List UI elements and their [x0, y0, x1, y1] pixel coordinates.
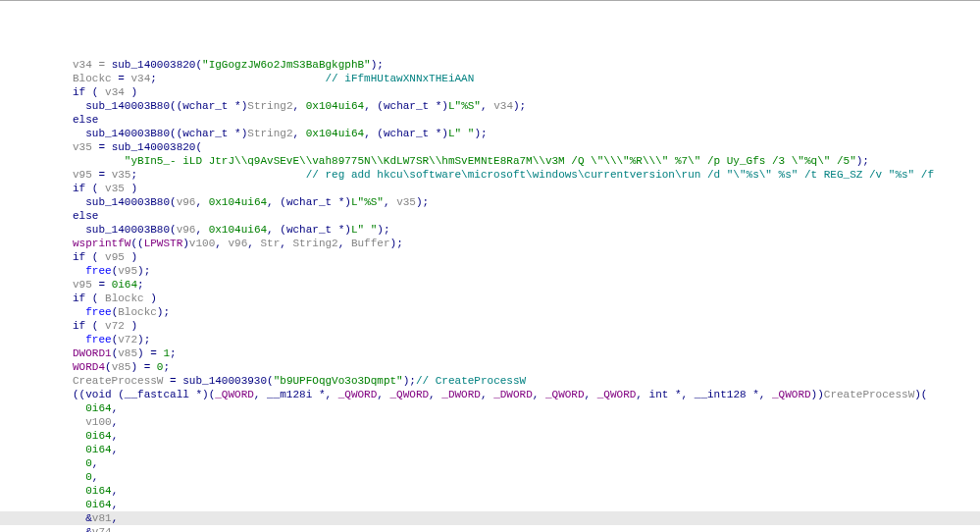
token-var: Blockc [118, 306, 157, 318]
code-line[interactable]: v35 = sub_140003820( [0, 140, 980, 154]
token-gray: ; [130, 169, 305, 181]
token-purple: _QWORD [545, 389, 585, 400]
token-gray: , [112, 430, 119, 442]
code-line[interactable]: free(v72); [0, 333, 980, 346]
code-line[interactable]: v100, [0, 415, 980, 429]
code-line[interactable]: 0i64, [0, 498, 980, 511]
token-purple: LPWSTR [144, 238, 183, 249]
code-line[interactable]: wsprintfW((LPWSTR)v100, v96, Str, String… [0, 237, 980, 250]
token-kw: wchar_t [384, 128, 429, 139]
token-num: 0i64 [112, 279, 137, 291]
token-purple: _QWORD [215, 389, 254, 400]
code-line[interactable]: DWORD1(v85) = 1; [0, 346, 980, 360]
token-gray: ) = [137, 347, 163, 359]
token-purple: WORD4 [73, 361, 105, 373]
token-str: L"%S" [448, 100, 481, 112]
code-line[interactable]: sub_140003B80(v96, 0x104ui64, (wchar_t *… [0, 223, 980, 237]
code-line[interactable]: v95 = 0i64; [0, 278, 980, 292]
code-line[interactable]: &v81, [0, 511, 980, 525]
code-viewer[interactable]: v34 = sub_140003820("IgGogzJW6o2JmS3BaBg… [0, 56, 980, 532]
token-gray: , [481, 100, 493, 112]
code-line[interactable]: if ( v72 ) [0, 319, 980, 333]
token-str: L"%S" [351, 196, 384, 208]
code-line[interactable]: sub_140003B80((wchar_t *)String2, 0x104u… [0, 127, 980, 140]
code-line[interactable]: else [0, 113, 980, 127]
token-var: v34 [105, 86, 125, 98]
token-gray: *, [668, 389, 694, 400]
token-gray: *) [332, 224, 351, 236]
token-gray: , [254, 389, 267, 400]
token-gray: ; [163, 361, 170, 373]
code-line[interactable]: if ( v95 ) [0, 250, 980, 264]
token-var: v81 [92, 512, 112, 524]
token-gray: ) [125, 251, 137, 263]
token-gray: ); [403, 375, 416, 387]
token-gray: ); [137, 334, 150, 346]
code-line[interactable]: WORD4(v85) = 0; [0, 360, 980, 374]
token-num: 0 [85, 471, 92, 483]
code-line[interactable]: if ( Blockc ) [0, 292, 980, 305]
token-gray: = [92, 279, 112, 291]
code-line[interactable]: v34 = sub_140003820("IgGogzJW6o2JmS3BaBg… [0, 58, 980, 72]
code-line[interactable]: 0, [0, 456, 980, 470]
token-gray: )) [811, 389, 824, 400]
code-line[interactable]: Blockc = v34; // iFfmHUtawXNNxTHEiAAN [0, 72, 980, 85]
token-gray: , [280, 238, 292, 249]
token-gray: ( [195, 141, 202, 153]
token-gray: , ( [364, 100, 384, 112]
code-line[interactable]: 0, [0, 470, 980, 484]
code-line[interactable]: "yBIn5_- iLD JtrJ\\q9AvSEvE\\vah89775N\\… [0, 154, 980, 168]
token-call: free [85, 265, 111, 277]
token-kw: if [73, 183, 85, 194]
token-gray: ( [112, 389, 125, 400]
code-line[interactable]: v95 = v35; // reg add hkcu\software\micr… [0, 168, 980, 182]
token-var: v35 [73, 141, 92, 153]
token-gray: , [293, 128, 306, 139]
token-gray: *)( [189, 389, 215, 400]
token-kw: else [73, 210, 98, 222]
token-gray: ); [856, 155, 869, 167]
code-line[interactable]: free(Blockc); [0, 305, 980, 319]
code-line[interactable]: sub_140003B80((wchar_t *)String2, 0x104u… [0, 99, 980, 113]
token-purple: _QWORD [390, 389, 430, 400]
token-gray: ); [371, 59, 384, 71]
token-var: v96 [228, 238, 247, 249]
token-var: v95 [105, 251, 125, 263]
token-gray: ) [125, 320, 137, 332]
code-line[interactable]: else [0, 209, 980, 223]
code-line[interactable]: 0i64, [0, 401, 980, 415]
token-func: sub_140003B80 [85, 128, 170, 139]
code-line[interactable]: 0i64, [0, 443, 980, 456]
code-line[interactable]: sub_140003B80(v96, 0x104ui64, (wchar_t *… [0, 195, 980, 209]
token-kw: else [73, 114, 98, 126]
token-kw: wchar_t [286, 196, 332, 208]
token-gray: ; [150, 73, 325, 84]
code-line[interactable]: free(v95); [0, 264, 980, 278]
token-var: v95 [73, 169, 92, 181]
token-gray: *, [747, 389, 772, 400]
token-gray: = [163, 375, 182, 387]
token-var: v72 [105, 320, 125, 332]
token-kw: __m128i [267, 389, 312, 400]
code-line[interactable]: ((void (__fastcall *)(_QWORD, __m128i *,… [0, 388, 980, 401]
code-line[interactable]: 0i64, [0, 429, 980, 443]
token-var: v95 [118, 265, 137, 277]
token-gray: ) [125, 183, 137, 194]
token-gray: ) [125, 86, 137, 98]
code-line[interactable]: 0i64, [0, 484, 980, 498]
code-line[interactable]: &v74, [0, 525, 980, 532]
token-gray: )( [914, 389, 927, 400]
code-line[interactable]: CreateProcessW = sub_140003930("b9UPFOqg… [0, 374, 980, 388]
token-gray: = [112, 73, 131, 84]
token-func: sub_140003B80 [85, 100, 170, 112]
token-gray: , [293, 100, 306, 112]
token-purple: _QWORD [338, 389, 378, 400]
token-gray: , [92, 457, 99, 469]
code-line[interactable]: if ( v35 ) [0, 182, 980, 195]
token-gray: (( [73, 389, 85, 400]
token-var: v85 [118, 347, 137, 359]
token-func: sub_140003B80 [85, 196, 170, 208]
token-var: v34 [493, 100, 513, 112]
token-gray: (( [170, 128, 182, 139]
code-line[interactable]: if ( v34 ) [0, 85, 980, 99]
